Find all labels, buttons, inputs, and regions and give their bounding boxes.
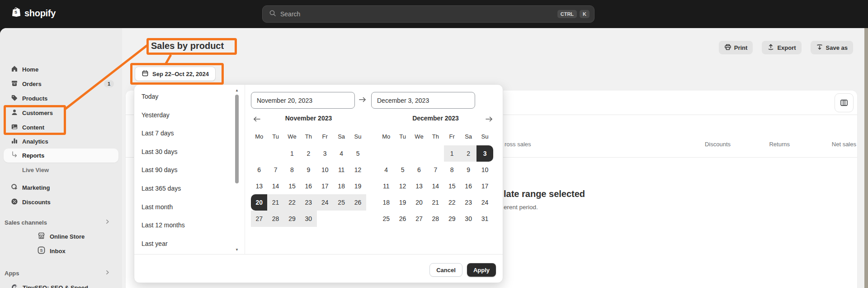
day-14[interactable]: 14 xyxy=(427,178,443,194)
day-3[interactable]: 3 xyxy=(476,145,493,162)
day-29[interactable]: 29 xyxy=(444,211,460,227)
day-18[interactable]: 18 xyxy=(378,194,394,211)
preset-last-7-days[interactable]: Last 7 days xyxy=(134,124,240,142)
day-19[interactable]: 19 xyxy=(394,194,410,211)
day-21[interactable]: 21 xyxy=(267,194,283,211)
sidebar-section-sales-channels[interactable]: Sales channels xyxy=(5,218,118,227)
preset-last-12-months[interactable]: Last 12 months xyxy=(134,216,240,234)
day-31[interactable]: 31 xyxy=(476,211,493,227)
sidebar-item-discounts[interactable]: Discounts xyxy=(4,195,118,209)
cancel-button[interactable]: Cancel xyxy=(429,263,462,277)
day-13[interactable]: 13 xyxy=(411,178,427,194)
day-24[interactable]: 24 xyxy=(476,194,493,211)
day-12[interactable]: 12 xyxy=(394,178,410,194)
sidebar-item-products[interactable]: Products xyxy=(4,91,118,106)
preset-last-30-days[interactable]: Last 30 days xyxy=(134,143,240,161)
day-10[interactable]: 10 xyxy=(476,162,493,178)
day-17[interactable]: 17 xyxy=(476,178,493,194)
page-scrollbar[interactable] xyxy=(864,28,868,288)
day-12[interactable]: 12 xyxy=(349,162,366,178)
day-14[interactable]: 14 xyxy=(267,178,283,194)
sidebar-item-reports[interactable]: Reports xyxy=(4,149,118,163)
sidebar-item-home[interactable]: Home xyxy=(4,62,118,77)
next-month-arrow[interactable] xyxy=(485,115,494,124)
day-6[interactable]: 6 xyxy=(411,162,427,178)
end-date-input[interactable]: December 3, 2023 xyxy=(371,92,475,109)
apply-button[interactable]: Apply xyxy=(467,263,496,277)
day-16[interactable]: 16 xyxy=(300,178,316,194)
sidebar-item-inbox[interactable]: S Inbox xyxy=(4,244,118,258)
day-15[interactable]: 15 xyxy=(284,178,300,194)
column-header-returns[interactable]: Returns xyxy=(769,141,790,148)
sidebar-item-live-view[interactable]: Live View xyxy=(4,163,118,177)
search-input[interactable]: Search CTRL K xyxy=(262,5,594,23)
edit-columns-button[interactable] xyxy=(835,93,854,112)
sidebar-item-customers[interactable]: Customers xyxy=(4,106,118,120)
day-27[interactable]: 27 xyxy=(251,211,267,227)
day-29[interactable]: 29 xyxy=(284,211,300,227)
day-1[interactable]: 1 xyxy=(284,145,300,162)
column-header-discounts[interactable]: Discounts xyxy=(705,141,731,148)
sidebar-item-analytics[interactable]: Analytics xyxy=(4,134,118,149)
export-button[interactable]: Export xyxy=(762,41,801,54)
day-11[interactable]: 11 xyxy=(378,178,394,194)
day-5[interactable]: 5 xyxy=(394,162,410,178)
day-24[interactable]: 24 xyxy=(317,194,333,211)
day-26[interactable]: 26 xyxy=(349,194,366,211)
day-3[interactable]: 3 xyxy=(317,145,333,162)
day-27[interactable]: 27 xyxy=(411,211,427,227)
day-7[interactable]: 7 xyxy=(427,162,443,178)
day-1[interactable]: 1 xyxy=(444,145,460,162)
day-11[interactable]: 11 xyxy=(333,162,349,178)
scrollbar-thumb[interactable] xyxy=(235,95,239,183)
print-button[interactable]: Print xyxy=(719,41,753,54)
day-19[interactable]: 19 xyxy=(349,178,366,194)
column-header-gross-sales[interactable]: ross sales xyxy=(505,141,531,148)
sidebar-item-marketing[interactable]: Marketing xyxy=(4,180,118,195)
day-28[interactable]: 28 xyxy=(267,211,283,227)
scroll-down-arrow[interactable]: ▼ xyxy=(234,248,240,252)
day-2[interactable]: 2 xyxy=(460,145,476,162)
date-range-button[interactable]: Sep 22–Oct 22, 2024 xyxy=(135,67,216,81)
day-2[interactable]: 2 xyxy=(300,145,316,162)
day-30[interactable]: 30 xyxy=(460,211,476,227)
day-23[interactable]: 23 xyxy=(460,194,476,211)
day-4[interactable]: 4 xyxy=(333,145,349,162)
day-17[interactable]: 17 xyxy=(317,178,333,194)
preset-last-365-days[interactable]: Last 365 days xyxy=(134,179,240,197)
start-date-input[interactable]: November 20, 2023 xyxy=(251,92,355,109)
day-22[interactable]: 22 xyxy=(444,194,460,211)
scroll-up-arrow[interactable]: ▲ xyxy=(234,88,240,93)
day-26[interactable]: 26 xyxy=(394,211,410,227)
column-header-net-sales[interactable]: Net sales xyxy=(832,141,856,148)
day-9[interactable]: 9 xyxy=(460,162,476,178)
day-20[interactable]: 20 xyxy=(411,194,427,211)
sidebar-item-online-store[interactable]: Online Store xyxy=(4,229,118,244)
day-15[interactable]: 15 xyxy=(444,178,460,194)
day-6[interactable]: 6 xyxy=(251,162,267,178)
day-8[interactable]: 8 xyxy=(444,162,460,178)
preset-yesterday[interactable]: Yesterday xyxy=(134,106,240,124)
preset-last-90-days[interactable]: Last 90 days xyxy=(134,161,240,179)
day-10[interactable]: 10 xyxy=(317,162,333,178)
save-as-button[interactable]: Save as xyxy=(811,41,853,54)
day-25[interactable]: 25 xyxy=(378,211,394,227)
day-20[interactable]: 20 xyxy=(251,194,267,211)
day-5[interactable]: 5 xyxy=(349,145,366,162)
day-8[interactable]: 8 xyxy=(284,162,300,178)
day-30[interactable]: 30 xyxy=(300,211,316,227)
sidebar-item-content[interactable]: Content xyxy=(4,120,118,134)
sidebar-item-tinyseo[interactable]: TinySEO: SEO & Speed xyxy=(4,280,118,288)
day-18[interactable]: 18 xyxy=(333,178,349,194)
shopify-logo[interactable]: S shopify xyxy=(11,7,56,20)
day-21[interactable]: 21 xyxy=(427,194,443,211)
day-9[interactable]: 9 xyxy=(300,162,316,178)
preset-last-year[interactable]: Last year xyxy=(134,235,240,253)
day-25[interactable]: 25 xyxy=(333,194,349,211)
day-23[interactable]: 23 xyxy=(300,194,316,211)
day-7[interactable]: 7 xyxy=(267,162,283,178)
day-22[interactable]: 22 xyxy=(284,194,300,211)
day-28[interactable]: 28 xyxy=(427,211,443,227)
preset-last-month[interactable]: Last month xyxy=(134,198,240,216)
sidebar-item-orders[interactable]: Orders 1 xyxy=(4,77,118,91)
